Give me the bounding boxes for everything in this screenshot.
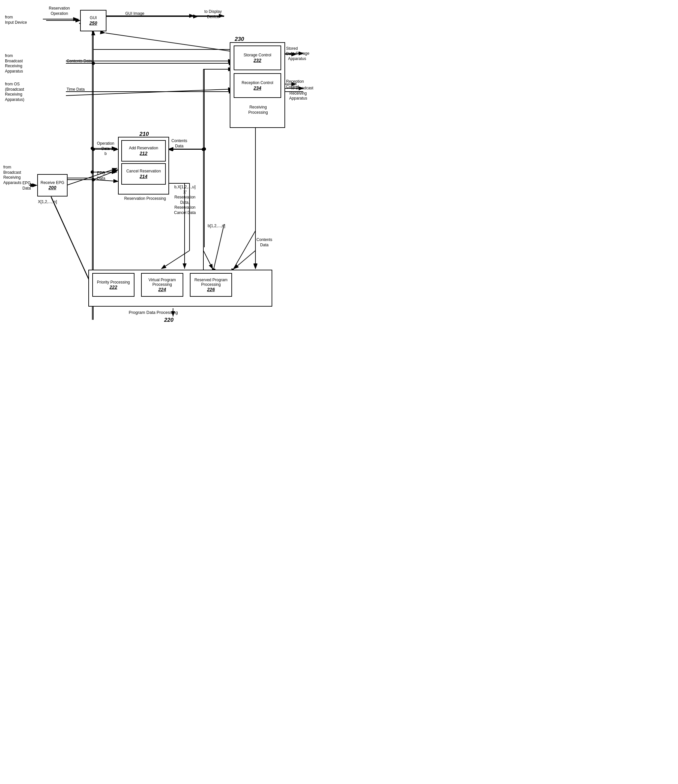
reservation-processing-label: Reservation Processing <box>120 196 170 201</box>
svg-point-62 <box>202 148 205 151</box>
reception-control-label: Reception Control <box>242 81 273 85</box>
priority-processing-label: Priority Processing <box>97 280 130 285</box>
svg-line-29 <box>213 224 224 274</box>
priority-processing-box: Priority Processing 222 <box>92 273 134 297</box>
gui-box: GUI 250 <box>80 10 106 31</box>
epg-data-label2: EPGData <box>97 171 105 181</box>
bn-label: b[1,2,...,n] <box>208 224 225 229</box>
to-display-device-label: to DisplayDevice <box>204 9 222 19</box>
label-230: 230 <box>235 36 244 43</box>
to-storage-label: → to Storage Apparatus <box>286 51 309 61</box>
xn-label: X[1,2,..., n] <box>38 199 57 205</box>
svg-line-10 <box>66 89 233 96</box>
gui-num: 250 <box>89 20 97 26</box>
time-data-label: Time Data <box>67 87 85 92</box>
reserved-program-processing-num: 226 <box>207 287 215 292</box>
from-input-device-label: fromInput Device <box>5 15 27 25</box>
operation-data-label: OperationDatab <box>97 141 114 157</box>
receiving-processing-label: ReceivingProcessing <box>237 105 280 115</box>
gui-label: GUI <box>90 16 96 20</box>
svg-line-14 <box>106 33 230 51</box>
svg-line-17 <box>51 196 92 287</box>
reserved-program-processing-label: Reserved Program Processing <box>192 278 230 287</box>
from-broadcast-epg-label: fromBroadcastReceivingApparauts <box>3 165 22 185</box>
bx-reservation-label: b,X[1,2,...,u]X'ReservationData,Reservat… <box>174 185 196 216</box>
storage-control-label: Storage Control <box>244 53 271 58</box>
reception-control-num: 234 <box>253 86 261 91</box>
label-220: 220 <box>164 316 173 324</box>
svg-point-21 <box>203 147 206 151</box>
svg-line-75 <box>204 250 213 269</box>
diagram: GUI 250 Storage Control 232 Reception Co… <box>0 0 339 392</box>
svg-line-16 <box>67 168 117 185</box>
program-data-processing-label: Program Data Processing <box>112 310 194 316</box>
contents-data3-label: ContentsData <box>257 237 272 247</box>
virtual-program-processing-num: 224 <box>158 287 166 292</box>
epg-data-label: EPGData <box>22 180 31 191</box>
svg-line-76 <box>234 250 255 269</box>
svg-point-23 <box>91 170 94 174</box>
svg-point-60 <box>92 148 95 151</box>
virtual-program-processing-box: Virtual Program Processing 224 <box>141 273 183 297</box>
reservation-operation-label: ReservationOperation <box>49 6 70 16</box>
svg-line-74 <box>162 250 190 269</box>
add-reservation-num: 212 <box>140 151 147 156</box>
cancel-reservation-label: Cancel Reservation <box>126 169 161 173</box>
storage-control-box: Storage Control 232 <box>234 45 281 70</box>
to-broadcast-label: ← to Broadcast Receiving Apparatus <box>286 86 313 101</box>
priority-processing-num: 222 <box>109 285 117 290</box>
contents-data2-label: ContentsData <box>171 138 187 149</box>
label-210: 210 <box>140 131 149 138</box>
reserved-program-processing-box: Reserved Program Processing 226 <box>190 273 232 297</box>
svg-point-46 <box>92 62 95 65</box>
from-os-label: from OS(BroadcastReceivingApparatus) <box>5 82 24 102</box>
svg-point-53 <box>92 178 95 181</box>
svg-line-30 <box>231 231 255 274</box>
cancel-reservation-box: Cancel Reservation 214 <box>121 163 166 185</box>
virtual-program-processing-label: Virtual Program Processing <box>143 278 181 287</box>
svg-point-19 <box>91 147 94 150</box>
storage-control-num: 232 <box>253 58 261 63</box>
receive-epg-label: Receive EPG <box>40 180 64 185</box>
contents-data-label: Contents Data <box>67 59 92 64</box>
gui-image-label: GUI Image <box>125 11 145 17</box>
add-reservation-box: Add Reservation 212 <box>121 140 166 162</box>
add-reservation-label: Add Reservation <box>129 146 158 150</box>
cancel-reservation-num: 214 <box>140 174 147 179</box>
receive-epg-num: 200 <box>48 185 56 190</box>
reception-control-box: Reception Control 234 <box>234 73 281 98</box>
svg-line-57 <box>51 197 93 289</box>
from-broadcast-label: fromBroadcastReceivingApparatus <box>5 53 23 74</box>
receive-epg-box: Receive EPG 200 <box>37 174 68 196</box>
